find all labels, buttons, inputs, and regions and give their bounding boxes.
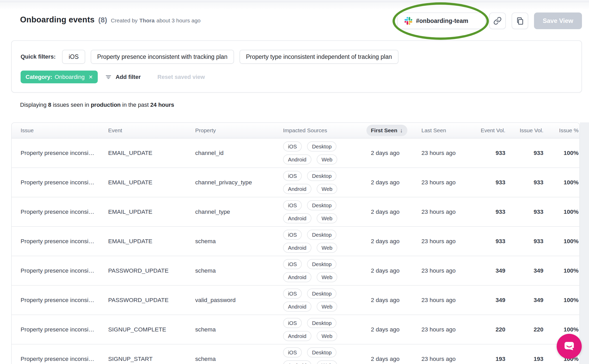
table-row[interactable]: Property presence inconsi… EMAIL_UPDATE … — [12, 168, 579, 197]
source-pill-desktop: Desktop — [307, 230, 336, 240]
event-vol-cell: 349 — [474, 267, 505, 274]
chat-launcher-button[interactable] — [557, 334, 582, 359]
source-pill-desktop: Desktop — [307, 171, 336, 181]
source-pill-android: Android — [283, 243, 311, 253]
issue-cell: Property presence inconsi… — [21, 150, 103, 156]
table-header-row: Issue Event Property Impacted Sources Fi… — [12, 123, 579, 139]
last-seen-cell: 23 hours ago — [421, 150, 474, 156]
col-header-event[interactable]: Event — [108, 127, 195, 134]
col-header-impacted-sources[interactable]: Impacted Sources — [283, 127, 371, 134]
sort-desc-icon: ↓ — [400, 127, 403, 134]
impacted-sources-cell: iOS Desktop Android Web — [283, 256, 366, 285]
quick-filter-ios[interactable]: iOS — [62, 50, 85, 64]
table-row[interactable]: Property presence inconsi… SIGNUP_START … — [12, 344, 579, 364]
first-seen-cell: 2 days ago — [371, 267, 421, 274]
copy-link-button[interactable] — [489, 12, 506, 29]
issue-vol-cell: 933 — [505, 238, 543, 245]
source-pill-android: Android — [283, 302, 311, 312]
save-view-button[interactable]: Save View — [534, 12, 582, 29]
source-pill-android: Android — [283, 213, 311, 223]
col-header-event-vol[interactable]: Event Vol. — [474, 127, 505, 134]
first-seen-cell: 2 days ago — [371, 150, 421, 156]
issue-vol-cell: 933 — [505, 179, 543, 186]
table-row[interactable]: Property presence inconsi… PASSWORD_UPDA… — [12, 286, 579, 315]
issue-cell: Property presence inconsi… — [21, 356, 103, 362]
summary-mid2: in the past — [122, 102, 149, 108]
source-pill-desktop: Desktop — [307, 259, 336, 269]
property-cell: channel_privacy_type — [195, 179, 283, 186]
property-cell: schema — [195, 238, 283, 245]
issue-pct-cell: 100% — [543, 297, 579, 304]
copy-icon — [516, 17, 524, 25]
last-seen-cell: 23 hours ago — [421, 326, 474, 333]
last-seen-cell: 23 hours ago — [421, 179, 474, 186]
chat-bubble-icon — [563, 340, 575, 352]
event-cell: EMAIL_UPDATE — [108, 179, 195, 186]
filters-card: Quick filters: iOS Property presence inc… — [11, 40, 582, 93]
source-pill-android: Android — [283, 184, 311, 194]
event-vol-cell: 193 — [474, 356, 505, 362]
event-cell: EMAIL_UPDATE — [108, 209, 195, 215]
issue-vol-cell: 933 — [505, 150, 543, 156]
quick-filters-label: Quick filters: — [21, 53, 56, 60]
first-seen-cell: 2 days ago — [371, 326, 421, 333]
source-pill-android: Android — [283, 331, 311, 341]
source-pill-desktop: Desktop — [307, 141, 336, 152]
reset-saved-view-link[interactable]: Reset saved view — [157, 74, 205, 80]
table-row[interactable]: Property presence inconsi… PASSWORD_UPDA… — [12, 256, 579, 286]
col-header-issue-pct[interactable]: Issue % — [543, 127, 579, 134]
slack-icon — [404, 17, 412, 25]
category-filter-chip[interactable]: Category: Onboarding ✕ — [21, 71, 98, 83]
event-vol-cell: 933 — [474, 209, 505, 215]
first-seen-cell: 2 days ago — [371, 209, 421, 215]
impacted-sources-cell: iOS Desktop Android Web — [283, 139, 366, 167]
duplicate-view-button[interactable] — [512, 12, 528, 29]
impacted-sources-cell: iOS Desktop Android Web — [283, 198, 366, 226]
col-header-last-seen[interactable]: Last Seen — [421, 127, 474, 134]
event-cell: SIGNUP_START — [108, 356, 195, 362]
source-pill-ios: iOS — [283, 171, 302, 181]
col-header-property[interactable]: Property — [195, 127, 283, 134]
quick-filter-property-type[interactable]: Property type inconsistent independent o… — [240, 50, 398, 64]
issue-vol-cell: 193 — [505, 356, 543, 362]
add-filter-button[interactable]: Add filter — [105, 74, 141, 80]
browser-top-strip — [0, 0, 589, 2]
issue-cell: Property presence inconsi… — [21, 326, 103, 333]
source-pill-ios: iOS — [283, 141, 302, 152]
table-row[interactable]: Property presence inconsi… SIGNUP_COMPLE… — [12, 315, 579, 344]
event-cell: PASSWORD_UPDATE — [108, 297, 195, 304]
chip-close-icon[interactable]: ✕ — [89, 74, 93, 80]
table-body: Property presence inconsi… EMAIL_UPDATE … — [12, 139, 579, 364]
source-pill-android: Android — [283, 154, 311, 165]
slack-channel-button[interactable]: #onboarding-team — [397, 12, 486, 29]
table-right-gutter — [580, 122, 589, 364]
first-seen-sort-pill[interactable]: First Seen ↓ — [366, 125, 407, 136]
source-pill-ios: iOS — [283, 347, 302, 357]
table-row[interactable]: Property presence inconsi… EMAIL_UPDATE … — [12, 227, 579, 256]
issue-pct-cell: 100% — [543, 150, 579, 156]
quick-filter-property-presence[interactable]: Property presence inconsistent with trac… — [91, 50, 234, 64]
issue-pct-cell: 100% — [543, 209, 579, 215]
table-row[interactable]: Property presence inconsi… EMAIL_UPDATE … — [12, 197, 579, 227]
source-pill-web: Web — [317, 331, 338, 341]
source-pill-ios: iOS — [283, 288, 302, 299]
source-pill-android: Android — [283, 360, 311, 364]
property-cell: channel_id — [195, 150, 283, 156]
property-cell: channel_type — [195, 209, 283, 215]
table-row[interactable]: Property presence inconsi… EMAIL_UPDATE … — [12, 139, 579, 168]
event-cell: EMAIL_UPDATE — [108, 150, 195, 156]
filter-icon — [105, 74, 112, 80]
issue-cell: Property presence inconsi… — [21, 297, 103, 304]
col-header-issue-vol[interactable]: Issue Vol. — [505, 127, 543, 134]
property-cell: valid_password — [195, 297, 283, 304]
col-header-first-seen[interactable]: First Seen ↓ — [371, 125, 421, 136]
first-seen-cell: 2 days ago — [371, 238, 421, 245]
chip-key: Category: — [26, 74, 52, 80]
event-vol-cell: 933 — [474, 238, 505, 245]
col-header-issue[interactable]: Issue — [21, 127, 108, 134]
source-pill-desktop: Desktop — [307, 347, 336, 357]
add-filter-label: Add filter — [115, 74, 141, 80]
issue-pct-cell: 100% — [543, 238, 579, 245]
slack-channel-label: #onboarding-team — [416, 17, 468, 24]
header-actions: #onboarding-team Save View — [0, 0, 589, 42]
